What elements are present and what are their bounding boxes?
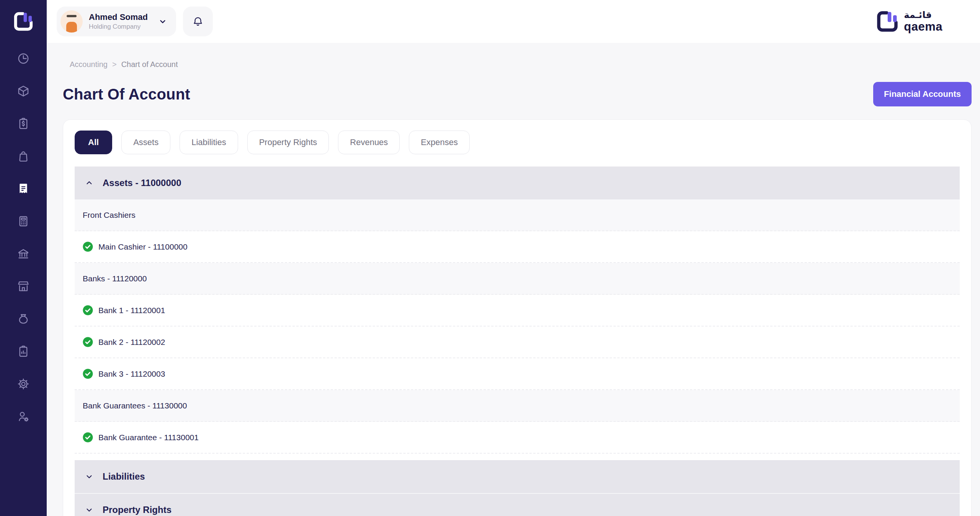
sidebar-item-calculator[interactable] [0, 205, 47, 237]
user-menu[interactable]: Ahmed Somad Holding Company [57, 7, 176, 36]
account-row[interactable]: Front Cashiers [75, 199, 960, 231]
shopping-bag-icon [17, 150, 30, 163]
qaema-mark-icon[interactable] [8, 6, 39, 37]
sidebar-item-purchases[interactable] [0, 140, 47, 172]
verified-check-icon [83, 242, 93, 252]
account-row-label: Main Cashier - 11100000 [98, 242, 188, 251]
tab-revenues[interactable]: Revenues [338, 131, 400, 154]
brand-latin-text: qaema [904, 21, 942, 33]
account-row-label: Bank 1 - 11120001 [98, 306, 165, 315]
section-title: Assets - 11000000 [103, 178, 181, 188]
section-header-liabilities[interactable]: Liabilities [75, 460, 960, 493]
verified-check-icon [83, 305, 93, 315]
store-icon [17, 280, 30, 293]
account-row-label: Bank 3 - 11120003 [98, 369, 165, 379]
sidebar-item-store[interactable] [0, 270, 47, 302]
chevron-down-icon [85, 506, 93, 514]
user-company: Holding Company [89, 23, 148, 31]
financial-accounts-button[interactable]: Financial Accounts [873, 82, 972, 106]
user-name: Ahmed Somad [89, 12, 148, 22]
sidebar-item-accounting[interactable] [0, 172, 47, 205]
receipt-icon [17, 182, 30, 195]
topbar: Ahmed Somad Holding Company قائـمة qaema [47, 0, 980, 43]
verified-check-icon [83, 432, 93, 443]
settings-gear-icon [17, 377, 30, 390]
breadcrumb-chart-of-account[interactable]: Chart of Account [121, 60, 178, 69]
account-row-label: Bank Guarantees - 11130000 [83, 401, 187, 410]
account-row-label: Front Cashiers [83, 211, 136, 220]
tab-assets[interactable]: Assets [121, 131, 170, 154]
sidebar-item-reports[interactable] [0, 335, 47, 367]
user-settings-icon [17, 410, 30, 423]
section-header-property-rights[interactable]: Property Rights [75, 493, 960, 516]
section-title: Liabilities [103, 471, 145, 482]
account-row[interactable]: Bank Guarantees - 11130000 [75, 390, 960, 422]
account-row[interactable]: Bank 1 - 11120001 [75, 295, 960, 327]
notifications-button[interactable] [183, 7, 213, 36]
account-rows: Front CashiersMain Cashier - 11100000Ban… [75, 199, 960, 454]
account-row[interactable]: Main Cashier - 11100000 [75, 231, 960, 263]
chevron-up-icon [85, 179, 93, 187]
sidebar [0, 0, 47, 516]
brand-logo: قائـمة qaema [875, 10, 942, 33]
sidebar-item-dashboard[interactable] [0, 42, 47, 75]
package-icon [17, 85, 30, 98]
chevron-down-icon [85, 472, 93, 481]
sidebar-item-settings[interactable] [0, 367, 47, 400]
section-header-assets[interactable]: Assets - 11000000 [75, 167, 960, 199]
tab-all[interactable]: All [75, 131, 112, 154]
bell-icon [192, 16, 204, 27]
account-row[interactable]: Banks - 11120000 [75, 263, 960, 295]
verified-check-icon [83, 337, 93, 347]
sidebar-nav [0, 42, 47, 433]
tab-liabilities[interactable]: Liabilities [180, 131, 238, 154]
account-row[interactable]: Bank 3 - 11120003 [75, 358, 960, 390]
sidebar-item-products[interactable] [0, 75, 47, 107]
money-bag-icon [17, 312, 30, 325]
sidebar-item-invoices[interactable] [0, 107, 47, 140]
sidebar-item-assets[interactable] [0, 302, 47, 335]
report-clipboard-icon [17, 345, 30, 358]
invoice-dollar-icon [17, 117, 30, 130]
main-content: Accounting > Chart of Account Chart Of A… [47, 43, 980, 516]
clock-icon [17, 52, 30, 65]
account-row-label: Banks - 11120000 [83, 274, 147, 283]
account-row-label: Bank Guarantee - 11130001 [98, 433, 199, 442]
sidebar-item-bank[interactable] [0, 237, 47, 270]
brand-arabic-text: قائـمة [904, 10, 942, 20]
breadcrumb-separator: > [112, 60, 117, 69]
sidebar-item-users-admin[interactable] [0, 400, 47, 433]
chart-of-account-card: AllAssetsLiabilitiesProperty RightsReven… [63, 119, 972, 516]
section-title: Property Rights [103, 505, 172, 515]
chevron-down-icon [158, 16, 168, 26]
breadcrumb-accounting[interactable]: Accounting [70, 60, 108, 69]
account-row[interactable]: Bank 2 - 11120002 [75, 327, 960, 358]
page-title: Chart Of Account [63, 86, 190, 103]
tab-property-rights[interactable]: Property Rights [247, 131, 329, 154]
breadcrumb: Accounting > Chart of Account [70, 60, 972, 69]
account-row-label: Bank 2 - 11120002 [98, 338, 165, 347]
avatar [60, 10, 83, 33]
filter-tabs: AllAssetsLiabilitiesProperty RightsReven… [75, 131, 960, 154]
verified-check-icon [83, 369, 93, 379]
bank-icon [17, 247, 30, 260]
calculator-icon [17, 215, 30, 228]
tab-expenses[interactable]: Expenses [409, 131, 470, 154]
account-row[interactable]: Bank Guarantee - 11130001 [75, 422, 960, 454]
qaema-mark-icon [875, 10, 899, 33]
